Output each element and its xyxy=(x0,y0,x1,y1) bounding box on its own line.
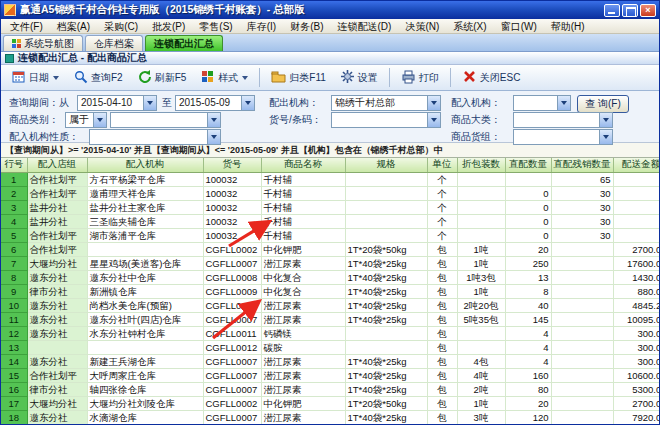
toolbar-button-3[interactable]: 样式 xyxy=(194,66,254,89)
table-row[interactable]: 18邀东分社水滴湖仓库CGFLL0007潜江尿素1T*40袋*25kg包3吨12… xyxy=(1,410,659,424)
table-row[interactable]: 7大堰均分社星星鸡场(美道客)仓库CGFLL0007潜江尿素1T*40袋*25k… xyxy=(1,256,659,270)
goods-group-select[interactable] xyxy=(513,129,613,145)
menu-item-11[interactable]: 帮助(H) xyxy=(544,19,592,34)
cell-row-no: 2 xyxy=(1,186,27,200)
cell-unit: 个 xyxy=(427,200,457,214)
col-header-unit[interactable]: 单位 xyxy=(427,158,457,172)
header-row: 行号配入店组配入机构货号商品名称规格单位折包装数直配数量直配残销数量配送金额 xyxy=(1,158,659,172)
cell-spec: 1T*40袋*25kg xyxy=(345,382,427,396)
cell-row-no: 17 xyxy=(1,396,27,410)
toolbar-button-0[interactable]: 日期 xyxy=(5,66,65,89)
cell-spec: 1T*40袋*25kg xyxy=(345,410,427,424)
table-row[interactable]: 15合作社划平大呼周家庄仓库CGFLL0007潜江尿素1T*40袋*25kg包4… xyxy=(1,368,659,382)
menu-item-6[interactable]: 财务(B) xyxy=(283,19,330,34)
menu-item-10[interactable]: 窗口(W) xyxy=(494,19,544,34)
table-row[interactable]: 8邀东分社邀东分社中仓库CGFLL0008中化复合1T*40袋*25kg包1吨3… xyxy=(1,270,659,284)
chevron-down-icon[interactable] xyxy=(427,96,440,110)
col-header-pack-count[interactable]: 折包装数 xyxy=(457,158,505,172)
table-row[interactable]: 3盐井分社盐井分社主家仓库100032千村辅个030 xyxy=(1,200,659,214)
table-row[interactable]: 14邀东分社新建王兵湖仓库CGFLL0007潜江尿素1T*40袋*25kg包4包… xyxy=(1,354,659,368)
table-row[interactable]: 2合作社划平邀甫理天祥仓库100032千村辅个030 xyxy=(1,186,659,200)
cell-sku: 100032 xyxy=(203,214,261,228)
toolbar-button-7[interactable]: 关闭ESC xyxy=(456,66,527,89)
cell-pack-count: 1吨 xyxy=(457,284,505,298)
in-org-select[interactable] xyxy=(513,95,571,111)
menu-item-5[interactable]: 库存(I) xyxy=(240,19,283,34)
table-row[interactable]: 13CGFLL0012碳胺包4300.00 xyxy=(1,340,659,354)
chevron-down-icon[interactable] xyxy=(557,96,570,110)
app-window: 赢通A5锦绣千村合作社专用版（2015锦绣千村账套）- 总部版 × 文件(F)档… xyxy=(0,0,660,425)
menu-item-2[interactable]: 采购(C) xyxy=(97,19,145,34)
chevron-down-icon[interactable] xyxy=(427,113,440,127)
col-header-amount[interactable]: 配送金额 xyxy=(613,158,659,172)
cell-row-no: 6 xyxy=(1,242,27,256)
menu-item-1[interactable]: 档案(A) xyxy=(50,19,97,34)
date-from-input[interactable]: 2015-04-10 xyxy=(77,95,157,111)
table-row[interactable]: 6合作社划平CGFLL0002中化钾肥1T*20袋*50kg包1吨202700.… xyxy=(1,242,659,256)
category-op-select[interactable]: 属于 xyxy=(65,112,107,128)
search-button[interactable]: 查 询(F) xyxy=(577,95,629,113)
chevron-down-icon[interactable] xyxy=(599,130,612,144)
table-row[interactable]: 11邀东分社邀东分社叶(四店)仓库CGFLL0007潜江尿素1T*40袋*25k… xyxy=(1,312,659,326)
tab-2[interactable]: 连锁配出汇总 xyxy=(145,35,223,51)
cell-in-org: 邀甫理天祥仓库 xyxy=(87,186,203,200)
toolbar-button-label: 样式 xyxy=(218,71,238,85)
cell-direct-qty: 20 xyxy=(505,242,551,256)
chevron-down-icon[interactable] xyxy=(207,113,220,127)
category-select[interactable] xyxy=(110,112,221,128)
toolbar-button-2[interactable]: 刷新F5 xyxy=(131,66,193,89)
menu-item-4[interactable]: 零售(S) xyxy=(192,19,239,34)
settings-icon xyxy=(340,69,355,86)
cell-pack-count xyxy=(457,172,505,186)
col-header-spec[interactable]: 规格 xyxy=(345,158,427,172)
table-row[interactable]: 10邀东分社尚档水美仓库(预留)CGFLL0007潜江尿素1T*40袋*25kg… xyxy=(1,298,659,312)
table-row[interactable]: 1合作社划平方石平杨梁平仓库100032千村辅个65 xyxy=(1,172,659,186)
tab-0[interactable]: 系统导航图 xyxy=(3,35,83,51)
cell-store-group xyxy=(27,340,87,354)
sku-input[interactable] xyxy=(331,112,441,128)
col-header-direct-residual-qty[interactable]: 直配残销数量 xyxy=(551,158,613,172)
menu-item-7[interactable]: 连锁配送(D) xyxy=(331,19,399,34)
table-row[interactable]: 16律市分社轴四张徐仓库CGFLL0007潜江尿素1T*40袋*25kg包2吨8… xyxy=(1,382,659,396)
chevron-down-icon[interactable] xyxy=(241,96,254,110)
toolbar-button-5[interactable]: 设置 xyxy=(334,66,384,89)
chevron-down-icon[interactable] xyxy=(599,113,612,127)
out-org-select[interactable]: 锦绣千村总部 xyxy=(331,95,441,111)
cell-unit: 包 xyxy=(427,284,457,298)
menu-item-9[interactable]: 系统(X) xyxy=(446,19,493,34)
minimize-icon[interactable] xyxy=(604,4,620,17)
cell-amount: 10600.00 xyxy=(613,368,659,382)
cell-direct-residual-qty: 65 xyxy=(551,172,613,186)
cell-pack-count xyxy=(457,186,505,200)
big-class-select[interactable] xyxy=(513,112,613,128)
tab-1[interactable]: 仓库档案 xyxy=(85,35,143,51)
menu-item-8[interactable]: 决策(N) xyxy=(398,19,446,34)
in-org-type-select[interactable] xyxy=(89,129,221,145)
window-controls: × xyxy=(604,4,656,17)
table-row[interactable]: 9律市分社新洲镇仓库CGFLL0009中化复合1T*40袋*25kg包1吨888… xyxy=(1,284,659,298)
col-header-sku[interactable]: 货号 xyxy=(203,158,261,172)
col-header-store-group[interactable]: 配入店组 xyxy=(27,158,87,172)
menu-item-3[interactable]: 批发(P) xyxy=(145,19,192,34)
table-row[interactable]: 17大堰均分社大堰均分社刘陵仓库CGFLL0002中化钾肥1T*20袋*50kg… xyxy=(1,396,659,410)
in-org-type-label: 配入机构性质： xyxy=(9,129,79,145)
col-header-row-no[interactable]: 行号 xyxy=(1,158,27,172)
menu-item-0[interactable]: 文件(F) xyxy=(3,19,50,34)
toolbar-button-1[interactable]: 查询F2 xyxy=(67,66,129,89)
chevron-down-icon[interactable] xyxy=(143,96,156,110)
table-row[interactable]: 12邀东分社水东分社钟村仓库CGFLL0011钙磷镁包4300.00 xyxy=(1,326,659,340)
col-header-direct-qty[interactable]: 直配数量 xyxy=(505,158,551,172)
chevron-down-icon[interactable] xyxy=(207,130,220,144)
toolbar-button-4[interactable]: 归类F11 xyxy=(265,66,332,89)
col-header-product-name[interactable]: 商品名称 xyxy=(261,158,345,172)
cell-product-name: 中化钾肥 xyxy=(261,242,345,256)
col-header-in-org[interactable]: 配入机构 xyxy=(87,158,203,172)
to-label: 至 xyxy=(162,95,172,111)
table-row[interactable]: 4盐井分社三圣临夹辅仓库100032千村辅个030 xyxy=(1,214,659,228)
maximize-icon[interactable] xyxy=(622,4,638,17)
toolbar-button-6[interactable]: 打印 xyxy=(395,66,445,89)
table-row[interactable]: 5合作社划平湖市落浦平仓库100032千村辅个030 xyxy=(1,228,659,242)
chevron-down-icon[interactable] xyxy=(93,113,106,127)
date-to-input[interactable]: 2015-05-09 xyxy=(175,95,255,111)
close-icon[interactable]: × xyxy=(640,4,656,17)
